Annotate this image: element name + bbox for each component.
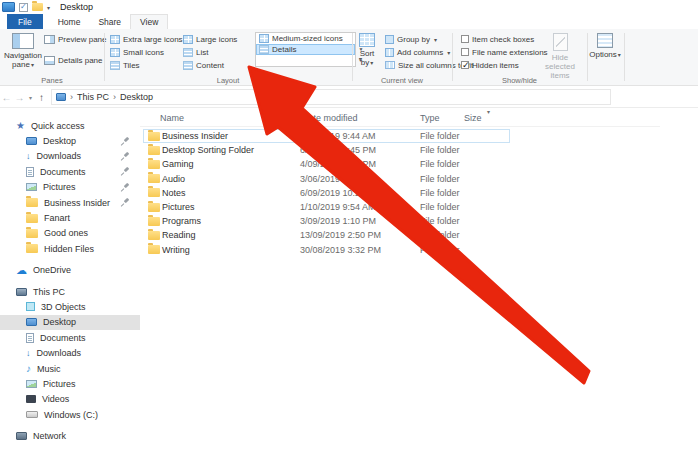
sidebar-item-quick-access[interactable]: ★ Quick access (0, 118, 140, 133)
tab-view[interactable]: View (130, 14, 168, 29)
show-hide-group-label: Show/hide (452, 76, 587, 85)
options-button[interactable]: Options (588, 31, 622, 81)
sidebar-item-label: Downloads (37, 151, 82, 161)
navigation-pane-icon (12, 33, 34, 49)
item-check-boxes-checkbox[interactable]: Item check boxes (461, 33, 548, 45)
sidebar-item-onedrive[interactable]: ☁ OneDrive (0, 263, 140, 278)
sidebar-item-videos[interactable]: Videos (0, 392, 140, 407)
details-pane-button[interactable]: Details pane (44, 54, 106, 66)
list-button[interactable]: List (183, 46, 237, 58)
address-field[interactable]: This PC Desktop (51, 89, 611, 105)
sidebar-item-network[interactable]: Network (0, 428, 140, 443)
sidebar-item-label: Fanart (44, 213, 70, 223)
sidebar-item-this-pc[interactable]: This PC (0, 284, 140, 299)
breadcrumb-this-pc[interactable]: This PC (77, 92, 109, 102)
sidebar-item-3d-objects[interactable]: 3D Objects (0, 299, 140, 314)
file-row-gaming[interactable]: Gaming 4/09/2019 5:32 PM File folder (143, 157, 510, 171)
sidebar-item-windows-c[interactable]: Windows (C:) (0, 407, 140, 422)
document-icon (26, 167, 34, 177)
quick-access-toolbar-dropdown-icon[interactable]: ▾ (47, 4, 50, 11)
tiles-button[interactable]: Tiles (110, 59, 183, 71)
file-name-extensions-box-icon[interactable] (461, 48, 469, 56)
column-filter-caret-icon[interactable]: ▾ (487, 108, 490, 115)
sidebar-item-downloads-pinned[interactable]: ↓ Downloads (0, 149, 140, 164)
file-row-audio[interactable]: Audio 3/06/2019 6:41 PM File folder (143, 172, 510, 186)
breadcrumb-separator-icon (70, 92, 73, 102)
extra-large-icons-button[interactable]: Extra large icons (110, 33, 183, 45)
drive-icon (26, 411, 38, 418)
sidebar-item-desktop-selected[interactable]: Desktop (0, 315, 140, 330)
file-row-reading[interactable]: Reading 13/09/2019 2:50 PM File folder (143, 228, 510, 242)
file-type: File folder (420, 245, 460, 255)
sort-by-button[interactable]: Sort by (352, 31, 382, 81)
preview-pane-button[interactable]: Preview pane (44, 33, 106, 45)
sidebar-item-documents-pinned[interactable]: Documents (0, 164, 140, 179)
sidebar-item-downloads[interactable]: ↓ Downloads (0, 345, 140, 360)
ribbon-separator (452, 33, 453, 81)
sidebar-item-music[interactable]: ♪ Music (0, 361, 140, 376)
sidebar-item-label: Documents (40, 167, 86, 177)
medium-sized-icons-label: Medium-sized icons (272, 34, 343, 43)
add-columns-button[interactable]: Add columns (385, 46, 473, 58)
forward-icon[interactable]: → (13, 92, 26, 103)
sidebar-item-business-insider[interactable]: Business Insider (0, 195, 140, 210)
sidebar-item-label: 3D Objects (41, 302, 86, 312)
details-view-button[interactable]: Details (256, 44, 355, 55)
breadcrumb-desktop[interactable]: Desktop (120, 92, 153, 102)
content-button[interactable]: Content (183, 59, 237, 71)
sidebar-item-label: Downloads (37, 348, 82, 358)
properties-icon[interactable] (19, 3, 28, 12)
sidebar-item-desktop-pinned[interactable]: Desktop (0, 133, 140, 148)
column-header-type[interactable]: Type (420, 113, 440, 123)
medium-sized-icons-icon (259, 34, 269, 43)
sidebar-item-good-ones[interactable]: Good ones (0, 226, 140, 241)
column-header-date-modified[interactable]: Date modified (302, 113, 358, 123)
new-folder-icon[interactable] (32, 3, 43, 11)
file-row-programs[interactable]: Programs 3/09/2019 1:10 PM File folder (143, 214, 510, 228)
group-by-button[interactable]: Group by (385, 33, 473, 45)
sidebar-item-pictures-pinned[interactable]: Pictures (0, 180, 140, 195)
file-row-notes[interactable]: Notes 6/09/2019 10:27 PM File folder (143, 186, 510, 200)
ribbon-separator (624, 33, 625, 81)
pictures-icon (26, 380, 37, 388)
large-icons-button[interactable]: Large icons (183, 33, 237, 45)
file-row-pictures[interactable]: Pictures 1/10/2019 9:54 AM File folder (143, 200, 510, 214)
add-columns-label: Add columns (397, 48, 443, 57)
hidden-items-box-icon[interactable] (461, 61, 469, 69)
small-icons-button[interactable]: Small icons (110, 46, 183, 58)
pin-icon (121, 198, 130, 207)
large-icons-icon (183, 35, 193, 44)
file-row-desktop-sorting-folder[interactable]: Desktop Sorting Folder 6/06/2019 4:45 PM… (143, 143, 510, 157)
recent-locations-icon[interactable]: ▾ (26, 94, 35, 101)
hide-selected-items-button[interactable]: Hide selected items (536, 31, 584, 81)
back-icon[interactable]: ← (0, 92, 13, 103)
item-check-boxes-box-icon[interactable] (461, 35, 469, 43)
tab-share[interactable]: Share (89, 14, 130, 29)
file-row-writing[interactable]: Writing 30/08/2019 3:32 PM File folder (143, 243, 510, 257)
navigation-pane-button[interactable]: Navigation pane (3, 31, 43, 81)
file-row-business-insider[interactable]: Business Insider 1/10/2019 9:44 AM File … (143, 129, 510, 143)
up-icon[interactable]: ↑ (35, 92, 48, 103)
size-all-columns-button[interactable]: Size all columns to fit (385, 59, 473, 71)
sidebar-item-fanart[interactable]: Fanart (0, 210, 140, 225)
hidden-items-checkbox[interactable]: Hidden items (461, 59, 548, 71)
tab-file[interactable]: File (7, 14, 43, 29)
file-type: File folder (420, 230, 460, 240)
file-name-extensions-checkbox[interactable]: File name extensions (461, 46, 548, 58)
folder-icon (148, 188, 160, 197)
file-date: 1/10/2019 9:44 AM (300, 131, 376, 141)
tab-home[interactable]: Home (49, 14, 90, 29)
pin-icon (121, 183, 130, 192)
file-name: Desktop Sorting Folder (162, 145, 254, 155)
ribbon-tabs: File Home Share View (0, 14, 698, 29)
medium-sized-icons-button[interactable]: Medium-sized icons (256, 33, 355, 44)
sidebar-item-pictures[interactable]: Pictures (0, 376, 140, 391)
file-type: File folder (420, 145, 460, 155)
sidebar-item-documents[interactable]: Documents (0, 330, 140, 345)
column-header-name[interactable]: Name (160, 113, 184, 123)
column-header-size[interactable]: Size (464, 113, 482, 123)
sidebar-item-hidden-files[interactable]: Hidden Files (0, 241, 140, 256)
cloud-icon: ☁ (16, 265, 27, 276)
size-all-columns-icon (385, 61, 395, 69)
folder-icon (148, 146, 160, 155)
